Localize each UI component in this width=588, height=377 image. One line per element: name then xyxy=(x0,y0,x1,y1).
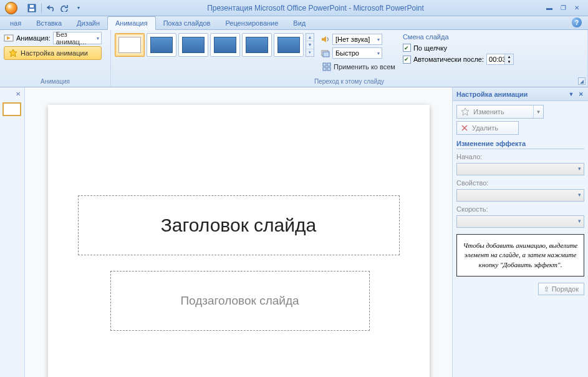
animation-combo[interactable]: Без анимац… xyxy=(53,32,102,44)
svg-rect-8 xyxy=(323,52,329,57)
taskpane-hint: Чтобы добавить анимацию, выделите элемен… xyxy=(456,234,584,277)
chevron-down-icon[interactable]: ▼ xyxy=(533,105,543,118)
svg-marker-6 xyxy=(322,36,326,42)
star-icon xyxy=(8,48,18,58)
qat-more-icon[interactable]: ▾ xyxy=(73,2,84,14)
transition-gallery: ▲▼▾ xyxy=(115,33,314,57)
arrow-up-icon: ⇧ xyxy=(544,285,549,293)
minimize-button[interactable]: ▬ xyxy=(543,4,556,12)
transition-item-1[interactable] xyxy=(147,33,176,57)
sound-combo[interactable]: [Нет звука] xyxy=(332,34,382,45)
custom-animation-button[interactable]: Настройка анимации xyxy=(4,46,102,60)
transition-none[interactable] xyxy=(115,33,145,57)
redo-icon[interactable] xyxy=(59,2,70,14)
auto-after-label: Автоматически после: xyxy=(413,56,484,63)
office-button[interactable] xyxy=(0,0,22,16)
title-bar: ▾ Презентация Microsoft Office PowerPoin… xyxy=(0,0,588,16)
svg-rect-10 xyxy=(327,63,330,66)
change-effect-button[interactable]: Изменить ▼ xyxy=(456,105,544,119)
taskpane-menu-icon[interactable]: ▼ xyxy=(567,90,576,99)
tab-animation[interactable]: Анимация xyxy=(107,16,156,30)
tab-design[interactable]: Дизайн xyxy=(69,17,107,29)
quick-access-toolbar: ▾ xyxy=(22,2,88,14)
slide-editor[interactable]: Заголовок слайда Подзаголовок слайда xyxy=(25,87,452,377)
undo-icon[interactable] xyxy=(46,2,57,14)
delete-effect-button[interactable]: Удалить xyxy=(456,121,519,135)
order-button[interactable]: ⇧ Порядок xyxy=(538,283,584,295)
taskpane-header: Настройка анимации ▼ ✕ xyxy=(453,87,588,101)
speed-icon xyxy=(321,48,330,58)
property-label: Свойство: xyxy=(456,179,584,187)
auto-after-time[interactable]: 00:03 ▲▼ xyxy=(486,54,514,65)
on-click-checkbox[interactable]: ✔ xyxy=(403,44,411,52)
animation-task-pane: Настройка анимации ▼ ✕ Изменить ▼ Удалит… xyxy=(452,87,588,377)
advance-header: Смена слайда xyxy=(403,33,514,42)
svg-rect-2 xyxy=(30,5,34,7)
sound-icon xyxy=(321,34,330,44)
tab-slideshow[interactable]: Показ слайдов xyxy=(156,17,218,29)
ribbon-tabs: ная Вставка Дизайн Анимация Показ слайдо… xyxy=(0,16,588,30)
svg-rect-1 xyxy=(29,9,34,11)
spin-down-icon[interactable]: ▼ xyxy=(505,59,513,64)
start-combo[interactable] xyxy=(456,163,584,175)
slide-thumbnails-pane: ✕ xyxy=(0,87,25,377)
svg-rect-9 xyxy=(323,63,326,66)
effect-change-section: Изменение эффекта xyxy=(456,140,584,149)
transition-item-2[interactable] xyxy=(178,33,208,57)
auto-after-checkbox[interactable]: ✔ xyxy=(403,56,411,64)
thumbnails-close-icon[interactable]: ✕ xyxy=(14,90,22,97)
taskpane-close-icon[interactable]: ✕ xyxy=(577,90,586,99)
svg-marker-5 xyxy=(9,49,17,57)
tab-review[interactable]: Рецензирование xyxy=(218,17,286,29)
svg-rect-12 xyxy=(327,67,330,71)
title-placeholder-text: Заголовок слайда xyxy=(161,215,317,236)
gallery-more-button[interactable]: ▲▼▾ xyxy=(306,33,314,57)
group-dialog-launcher[interactable]: ◢ xyxy=(578,77,586,85)
slide-thumbnail-1[interactable] xyxy=(2,102,21,116)
tab-home[interactable]: ная xyxy=(2,17,29,29)
svg-marker-13 xyxy=(461,108,469,115)
group-transition: ▲▼▾ [Нет звука] Быстро xyxy=(111,30,588,87)
property-combo[interactable] xyxy=(456,189,584,202)
tab-insert[interactable]: Вставка xyxy=(29,17,69,29)
ribbon: Анимация: Без анимац… Настройка анимации… xyxy=(0,30,588,87)
save-icon[interactable] xyxy=(26,2,37,14)
animation-label: Анимация: xyxy=(16,34,51,42)
svg-rect-11 xyxy=(323,67,326,71)
subtitle-placeholder-text: Подзаголовок слайда xyxy=(180,294,299,308)
apply-all-icon xyxy=(322,62,332,72)
on-click-label: По щелчку xyxy=(413,44,447,52)
restore-button[interactable]: ❐ xyxy=(557,4,569,12)
speed-combo-tp[interactable] xyxy=(456,215,584,228)
window-title: Презентация Microsoft Office PowerPoint … xyxy=(88,4,543,12)
workspace: ✕ Заголовок слайда Подзаголовок слайда Н… xyxy=(0,87,588,377)
group-animation-label: Анимация xyxy=(4,77,107,87)
transition-item-3[interactable] xyxy=(210,33,240,57)
delete-icon xyxy=(461,124,468,132)
help-icon[interactable]: ? xyxy=(572,17,582,27)
title-placeholder[interactable]: Заголовок слайда xyxy=(78,195,400,255)
transition-item-5[interactable] xyxy=(274,33,304,57)
spin-up-icon[interactable]: ▲ xyxy=(505,54,513,59)
star-wand-icon xyxy=(461,107,470,116)
tab-view[interactable]: Вид xyxy=(286,17,313,29)
transition-item-4[interactable] xyxy=(242,33,272,57)
group-transition-label: Переход к этому слайду xyxy=(115,77,584,87)
window-buttons: ▬ ❐ ✕ xyxy=(543,4,588,12)
speed-label: Скорость: xyxy=(456,205,584,213)
close-button[interactable]: ✕ xyxy=(571,4,583,12)
subtitle-placeholder[interactable]: Подзаголовок слайда xyxy=(110,271,370,331)
start-label: Начало: xyxy=(456,153,584,160)
preview-icon xyxy=(4,33,14,43)
group-animation: Анимация: Без анимац… Настройка анимации… xyxy=(0,30,111,87)
apply-all-button[interactable]: Применить ко всем xyxy=(321,61,397,73)
speed-combo[interactable]: Быстро xyxy=(332,47,382,59)
slide-canvas[interactable]: Заголовок слайда Подзаголовок слайда xyxy=(48,105,430,377)
